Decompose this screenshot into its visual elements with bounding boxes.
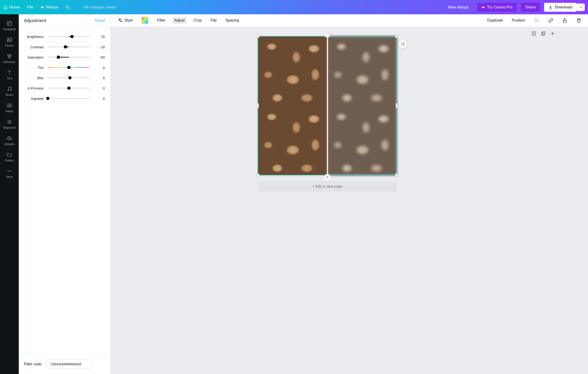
svg-point-10 [10,171,11,172]
slider-label: Tint [23,66,44,70]
slider-value: 15 [94,35,105,39]
slider-label: X-Process [23,86,44,90]
notes-icon[interactable] [531,31,536,36]
slider-blur: Blur5 [23,73,105,83]
svg-rect-14 [535,21,536,22]
resize-menu[interactable]: Resize [41,5,58,10]
delete-button[interactable] [574,16,583,24]
rail-text[interactable]: Text [0,67,19,83]
undo-icon [65,5,70,10]
slider-value: -50 [94,55,105,59]
home-icon [3,5,8,9]
slider-track[interactable] [48,96,90,101]
download-icon [548,5,553,9]
context-toolbar: Style Filter Adjust Crop Flip Spacing Du… [111,14,588,27]
rail-photos[interactable]: Photos [0,34,19,50]
file-label: File [27,5,33,10]
home-button[interactable]: Home [3,5,20,10]
slider-track[interactable] [48,75,90,81]
svg-rect-1 [7,38,11,42]
svg-rect-4 [10,55,11,56]
svg-point-8 [8,171,9,172]
slider-label: Vignette [23,96,44,101]
resize-label: Resize [46,5,58,10]
more-icon [7,168,12,174]
crown-icon [481,5,485,9]
slider-thumb[interactable] [68,76,72,79]
folders-icon [7,152,12,157]
adjust-button[interactable]: Adjust [172,17,186,24]
slider-track[interactable] [48,85,90,91]
position-button[interactable]: Position [510,17,527,24]
panel-footer: Filter code [19,354,110,374]
rail-elements[interactable]: Elements [0,50,19,67]
music-icon [7,86,12,92]
slider-thumb[interactable] [57,55,60,59]
compare-divider[interactable] [327,35,328,176]
elements-icon [7,53,12,59]
videos-icon [7,103,12,108]
duplicate-button[interactable]: Duplicate [485,17,505,24]
slider-value: 5 [94,76,105,80]
adjustment-panel: Adjustment Reset Brightness15Contrast-16… [19,14,111,374]
rail-folders[interactable]: Folders [0,149,19,165]
rail-more[interactable]: More [0,165,19,182]
transparency-button[interactable] [532,16,541,24]
rotate-button[interactable] [399,40,407,48]
trash-icon [576,18,581,23]
rail-uploads[interactable]: Uploads [0,132,19,149]
slider-thumb[interactable] [64,45,67,49]
slider-value: 0 [94,86,105,90]
slider-label: Saturation [23,55,44,59]
rail-bkground[interactable]: Bkground [0,116,19,132]
slider-track[interactable] [48,44,90,50]
color-button[interactable] [140,16,150,25]
link-icon [548,18,553,23]
flip-button[interactable]: Flip [209,17,219,24]
file-menu[interactable]: File [27,5,33,10]
share-button[interactable]: Share [521,3,540,12]
slider-contrast: Contrast-16 [23,42,105,52]
lock-button[interactable] [560,16,569,24]
filter-button[interactable]: Filter [155,17,168,24]
reset-button[interactable]: Reset [95,18,105,23]
design-page[interactable]: ⟳ [258,36,397,175]
link-button[interactable] [546,16,555,24]
copy-page-icon[interactable] [541,31,546,36]
slider-track[interactable] [48,34,90,39]
svg-rect-16 [563,20,567,22]
undo-button[interactable] [65,5,70,10]
slider-track[interactable] [48,54,90,60]
style-button[interactable]: Style [115,16,135,24]
slider-track[interactable] [48,65,90,70]
canvas-stage[interactable]: ⟳ + Add a new page [111,27,588,374]
slider-value: 0 [94,66,105,70]
side-rail: Templates Photos Elements Text Music Vid… [0,14,19,374]
new-design-button[interactable]: New design [444,3,473,12]
rail-videos[interactable]: Videos [0,100,19,116]
spacing-button[interactable]: Spacing [224,17,241,24]
slider-list: Brightness15Contrast-16Saturation-50Tint… [19,27,110,354]
svg-rect-13 [536,20,537,21]
svg-rect-11 [535,19,536,20]
crown-icon [41,5,44,9]
try-pro-button[interactable]: Try Canva Pro [477,3,517,12]
rail-templates[interactable]: Templates [0,18,19,34]
uploads-icon [7,135,12,141]
slider-vignette: Vignette0 [23,93,105,104]
sync-button[interactable]: ⟳ [324,174,331,180]
slider-thumb[interactable] [67,66,71,69]
slider-thumb[interactable] [46,97,50,100]
download-button[interactable]: Download [544,3,577,12]
add-page-button[interactable]: + Add a new page [258,181,397,192]
crop-button[interactable]: Crop [192,17,204,24]
text-icon [7,70,12,75]
slider-thumb[interactable] [70,35,74,38]
slider-thumb[interactable] [67,86,71,90]
filter-code-input[interactable] [47,359,91,369]
transparency-icon [534,18,539,23]
add-page-icon[interactable] [550,31,555,36]
rail-music[interactable]: Music [0,83,19,100]
svg-point-6 [10,90,11,91]
download-caret-button[interactable] [577,3,585,11]
